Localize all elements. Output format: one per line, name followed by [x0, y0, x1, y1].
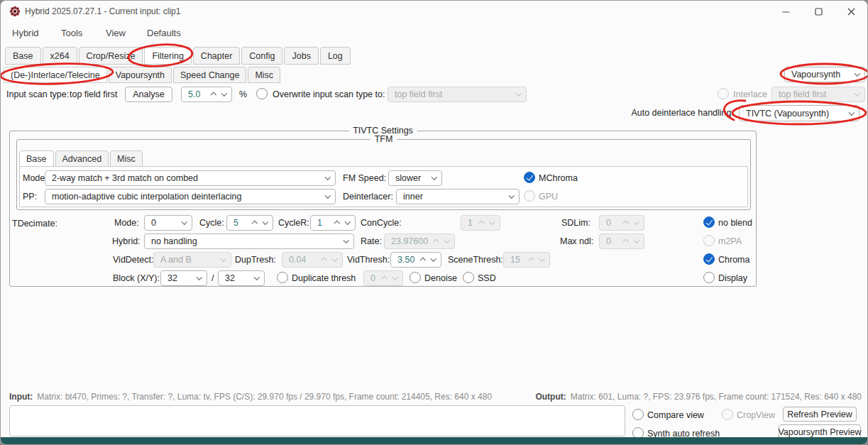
block-separator: / — [211, 273, 214, 284]
denoise-label: Denoise — [424, 273, 457, 284]
spin-down-icon[interactable] — [221, 91, 226, 97]
titlebar: Hybrid 2025.07.27.1 - Current input: cli… — [1, 1, 867, 22]
tdec-mode-dropdown[interactable]: 0 — [144, 215, 192, 231]
input-scan-type-value: top field first — [70, 89, 117, 100]
window-title: Hybrid 2025.07.27.1 - Current input: cli… — [25, 6, 180, 16]
deinterlacer-dropdown[interactable]: inner — [396, 189, 520, 204]
chevron-down-icon — [515, 91, 521, 97]
vidthresh-label: VidThresh: — [347, 255, 390, 265]
chevron-down-icon — [854, 71, 859, 77]
tfm-tab-misc[interactable]: Misc — [110, 150, 143, 167]
menu-tools[interactable]: Tools — [61, 28, 82, 38]
menu-view[interactable]: View — [106, 28, 126, 38]
hybrid-dropdown[interactable]: no handling — [144, 234, 354, 249]
output-status-label: Output: — [535, 392, 566, 402]
filter-tabbar: (De-)Interlace/Telecine Vapoursynth Spee… — [4, 67, 282, 83]
preview-script-box[interactable] — [9, 405, 625, 436]
tab-deinterlace-telecine[interactable]: (De-)Interlace/Telecine — [4, 67, 107, 83]
close-button[interactable] — [835, 1, 867, 22]
spin-down-icon — [489, 219, 495, 225]
block-x-dropdown[interactable]: 32 — [160, 270, 207, 286]
tab-speed-change[interactable]: Speed Change — [173, 67, 246, 83]
spin-down-icon[interactable] — [344, 219, 350, 225]
minimize-button[interactable] — [769, 1, 802, 22]
input-status-text: Matrix: bt470, Primes: ?, Transfer: ?, L… — [37, 392, 492, 402]
interlace-checkbox — [718, 88, 729, 99]
denoise-checkbox[interactable] — [410, 272, 421, 283]
interlace-dropdown: top field first — [771, 87, 865, 102]
tab-x264[interactable]: x264 — [43, 47, 77, 65]
overwrite-scan-type-dropdown: top field first — [388, 87, 527, 102]
spin-down-icon[interactable] — [430, 256, 436, 262]
duplicate-thresh-checkbox[interactable] — [277, 272, 288, 283]
input-status: Input: Matrix: bt470, Primes: ?, Transfe… — [9, 392, 492, 402]
spin-down-icon — [331, 256, 337, 262]
chevron-down-icon — [181, 219, 187, 225]
chevron-down-icon — [431, 175, 436, 180]
m2pa-label: m2PA — [718, 236, 742, 247]
fm-speed-dropdown[interactable]: slower — [388, 170, 442, 186]
chroma-checkbox[interactable] — [703, 253, 715, 265]
overwrite-scan-type-label: Overwrite input scan type to: — [273, 89, 385, 100]
tab-config[interactable]: Config — [241, 47, 282, 65]
duptresh-label: DupTresh: — [235, 255, 276, 265]
tdecimate-label: TDecimate: — [12, 219, 57, 229]
mchroma-label: MChroma — [539, 173, 578, 184]
main-tabbar: Base x264 Crop/Resize Filtering Chapter … — [5, 47, 352, 65]
menu-hybrid[interactable]: Hybrid — [12, 28, 39, 38]
tab-log[interactable]: Log — [320, 47, 351, 65]
tfm-tab-advanced[interactable]: Advanced — [55, 150, 109, 167]
spin-up-icon[interactable] — [334, 221, 340, 227]
spin-up-icon[interactable] — [211, 93, 216, 99]
cycle-spinner[interactable]: 5 — [226, 215, 273, 231]
duplicate-thresh-spinner: 0 — [363, 270, 403, 286]
preview-area-edge — [1, 437, 867, 444]
pp-label: PP: — [23, 192, 37, 202]
filter-framework-dropdown[interactable]: Vapoursynth — [784, 67, 865, 82]
concycle-spinner: 1 — [461, 215, 500, 231]
status-bar: Input: Matrix: bt470, Primes: ?, Transfe… — [9, 392, 862, 402]
spin-down-icon — [633, 219, 639, 225]
output-status: Output: Matrix: 601, Luma: ?, FPS: 23.97… — [535, 392, 862, 402]
display-label: Display — [718, 273, 747, 284]
tab-misc[interactable]: Misc — [248, 67, 280, 83]
overwrite-scan-type-checkbox[interactable] — [256, 88, 268, 99]
analyse-button[interactable]: Analyse — [125, 87, 172, 102]
tab-base[interactable]: Base — [5, 47, 41, 65]
analyse-percent-spinner[interactable]: 5.0 — [181, 87, 232, 102]
block-y-dropdown[interactable]: 32 — [218, 270, 265, 286]
mchroma-checkbox[interactable] — [524, 172, 535, 183]
tab-filtering[interactable]: Filtering — [144, 47, 191, 65]
pp-dropdown[interactable]: motion-adaptive cubic interpolation dein… — [45, 189, 336, 204]
tfm-mode-dropdown[interactable]: 2-way match + 3rd match on combed — [45, 170, 336, 186]
cycler-label: CycleR: — [278, 218, 309, 229]
display-checkbox[interactable] — [703, 272, 715, 283]
chevron-down-icon — [508, 193, 514, 199]
spin-down-icon[interactable] — [262, 219, 268, 225]
no-blend-checkbox[interactable] — [703, 216, 715, 228]
maximize-button[interactable] — [802, 1, 835, 22]
spin-up-icon[interactable] — [420, 258, 426, 264]
sdlim-spinner: 0 — [599, 215, 644, 231]
tfm-tab-base[interactable]: Base — [19, 150, 54, 167]
spin-up-icon[interactable] — [252, 221, 258, 227]
compare-view-checkbox[interactable] — [632, 409, 644, 420]
tfm-tabbar: Base Advanced Misc — [19, 150, 144, 167]
tab-chapter[interactable]: Chapter — [193, 47, 240, 65]
chevron-down-icon — [220, 256, 226, 262]
max-ndl-spinner: 0 — [599, 234, 644, 249]
auto-deinterlace-dropdown[interactable]: TIVTC (Vapoursynth) — [739, 105, 859, 121]
cycler-spinner[interactable]: 1 — [310, 215, 356, 231]
vidthresh-spinner[interactable]: 3.50 — [390, 252, 441, 268]
menu-defaults[interactable]: Defaults — [147, 28, 181, 38]
input-status-label: Input: — [9, 392, 33, 402]
ssd-checkbox[interactable] — [463, 272, 474, 283]
tab-vapoursynth[interactable]: Vapoursynth — [109, 67, 172, 83]
refresh-preview-button[interactable]: Refresh Preview — [783, 407, 857, 422]
output-status-text: Matrix: 601, Luma: ?, FPS: 23.976 fps, F… — [571, 392, 862, 402]
input-scan-type-label: Input scan type: — [6, 89, 69, 100]
tab-jobs[interactable]: Jobs — [284, 47, 318, 65]
crop-view-label: CropView — [737, 410, 775, 421]
tab-crop-resize[interactable]: Crop/Resize — [79, 47, 143, 65]
percent-sign: % — [239, 89, 247, 100]
